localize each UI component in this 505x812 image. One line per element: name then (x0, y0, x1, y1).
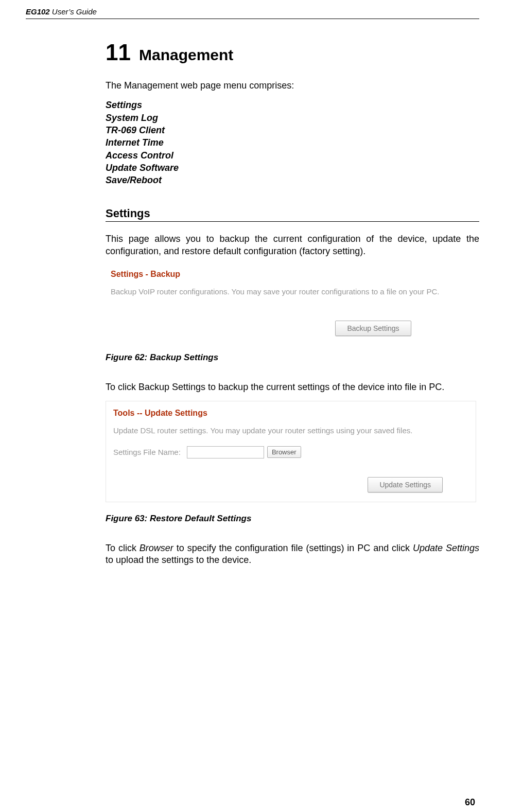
section-heading-settings: Settings (106, 207, 479, 222)
intro-text: The Management web page menu comprises: (106, 80, 479, 92)
menu-list: Settings System Log TR-069 Client Intern… (106, 99, 479, 186)
t2: to specify the configuration file (setti… (173, 543, 413, 553)
browser-button[interactable]: Browser (267, 446, 301, 458)
after-fig62-text: To click Backup Settings to backup the c… (106, 381, 479, 393)
menu-item-save-reboot: Save/Reboot (106, 174, 479, 186)
update-settings-button[interactable]: Update Settings (368, 477, 443, 492)
menu-item-tr069: TR-069 Client (106, 124, 479, 136)
settings-file-input[interactable] (187, 446, 264, 458)
backup-screenshot: Settings - Backup Backup VoIP router con… (106, 264, 476, 341)
update-screenshot: Tools -- Update Settings Update DSL rout… (106, 401, 476, 502)
chapter-title: Management (139, 46, 233, 63)
t3: to upload the settings to the device. (106, 555, 251, 565)
t1: To click (106, 543, 140, 553)
page-number: 60 (465, 797, 475, 808)
settings-file-label: Settings File Name: (113, 448, 181, 456)
figure-62-caption: Figure 62: Backup Settings (106, 352, 479, 363)
menu-item-access-control: Access Control (106, 149, 479, 162)
menu-item-internet-time: Internet Time (106, 136, 479, 149)
menu-item-settings: Settings (106, 99, 479, 111)
browser-italic: Browser (140, 543, 173, 553)
figure-63-caption: Figure 63: Restore Default Settings (106, 514, 479, 524)
update-ss-title: Tools -- Update Settings (113, 409, 468, 418)
menu-item-system-log: System Log (106, 112, 479, 124)
chapter-number: 11 (106, 40, 131, 65)
backup-ss-title: Settings - Backup (111, 270, 471, 279)
backup-settings-button[interactable]: Backup Settings (335, 321, 411, 336)
update-ss-desc: Update DSL router settings. You may upda… (113, 426, 468, 435)
chapter-heading: 11Management (106, 40, 479, 65)
header-bold: EG102 (26, 7, 50, 16)
update-settings-italic: Update Settings (413, 543, 479, 553)
menu-item-update-software: Update Software (106, 162, 479, 174)
document-header: EG102 User’s Guide (26, 7, 479, 19)
after-fig63-text: To click Browser to specify the configur… (106, 542, 479, 567)
header-suffix: User’s Guide (50, 7, 97, 16)
backup-ss-desc: Backup VoIP router configurations. You m… (111, 287, 471, 296)
settings-paragraph: This page allows you to backup the curre… (106, 233, 479, 257)
